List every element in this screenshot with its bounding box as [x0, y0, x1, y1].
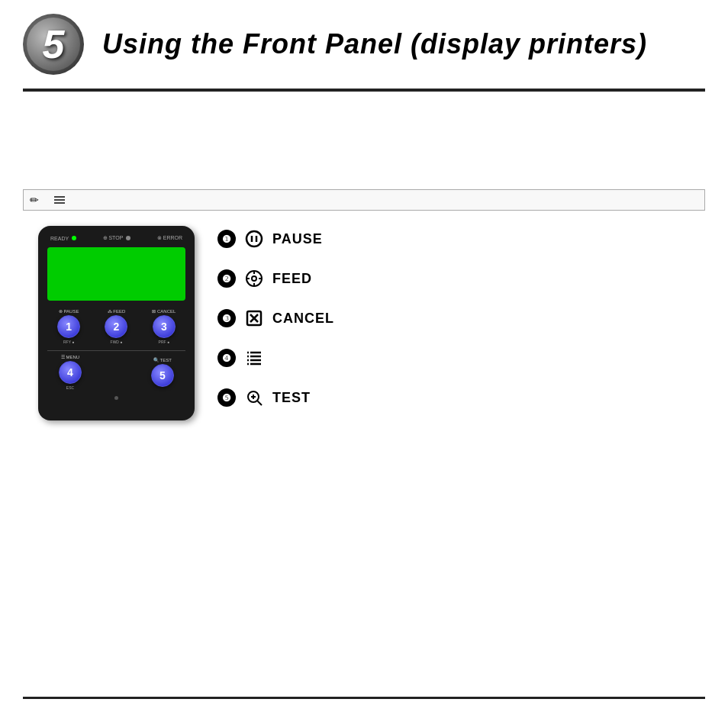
printer-btn-3[interactable]: 3: [153, 315, 176, 338]
printer-btn-1-item: ⊗ PAUSE 1 RFY ●: [47, 308, 90, 344]
page-container: 5 Using the Front Panel (display printer…: [0, 0, 728, 728]
ready-label: READY: [50, 236, 69, 241]
btn-2-top-label: ⁂ FEED: [108, 308, 126, 314]
legend-label-pause: PAUSE: [272, 231, 323, 247]
edit-icon: ✏: [30, 194, 39, 206]
bottom-rule: [23, 697, 705, 699]
printer-btn-4[interactable]: 4: [59, 361, 82, 384]
printer-btn-2-item: ⁂ FEED 2 FWD ●: [95, 308, 137, 344]
stop-label: ⊕ STOP: [103, 235, 124, 241]
printer-status-bar: READY ⊕ STOP ⊗ ERROR: [47, 235, 185, 241]
printer-buttons-row: ⊗ PAUSE 1 RFY ● ⁂ FEED 2 FWD ● ⊠ CANCEL …: [47, 308, 185, 344]
printer-btn-1[interactable]: 1: [57, 315, 80, 338]
header: 5 Using the Front Panel (display printer…: [0, 0, 728, 82]
legend-number-4: ❹: [217, 349, 236, 367]
list-icon: [54, 196, 65, 204]
legend-number-5: ❺: [217, 388, 236, 407]
legend-number-1: ❶: [217, 230, 236, 248]
printer-separator: [47, 350, 185, 351]
printer-btn-5-item: 🔍 TEST 5: [151, 357, 174, 387]
printer-screen: [47, 247, 185, 301]
printer-btn-4-item: ☰ MENU 4 ESC: [59, 354, 82, 390]
header-rule: [23, 89, 705, 92]
chapter-number: 5: [43, 21, 65, 67]
menu-icon-group: [54, 196, 71, 204]
page-title: Using the Front Panel (display printers): [102, 28, 647, 60]
legend-label-test: TEST: [272, 390, 311, 406]
legend-item-feed: ❷ FEED: [217, 269, 705, 288]
btn-1-top-label: ⊗ PAUSE: [59, 308, 79, 314]
legend-label-feed: FEED: [272, 271, 312, 287]
test-icon: [243, 388, 265, 407]
printer-btn-5[interactable]: 5: [151, 364, 174, 387]
menu-list-icon: [243, 349, 265, 367]
legend-item-pause: ❶ PAUSE: [217, 230, 705, 248]
feed-icon: [243, 269, 265, 288]
btn-4-top-label: ☰ MENU: [61, 354, 79, 359]
legend-number-3: ❸: [217, 309, 236, 327]
btn-2-bottom-label: FWD ●: [111, 340, 123, 344]
printer-device: READY ⊕ STOP ⊗ ERROR ⊗ PAUSE 1 RFY ●: [38, 226, 195, 420]
btn-3-bottom-label: PRF ●: [159, 340, 169, 344]
power-dot: [114, 396, 118, 400]
btn-1-bottom-label: RFY ●: [63, 340, 74, 344]
btn-4-bottom-label: ESC: [66, 385, 74, 390]
printer-bottom-buttons-row: ☰ MENU 4 ESC 🔍 TEST 5: [47, 354, 185, 390]
legend-item-menu: ❹: [217, 349, 705, 367]
legend-label-cancel: CANCEL: [272, 311, 334, 327]
printer-btn-3-item: ⊠ CANCEL 3 PRF ●: [143, 308, 185, 344]
main-content: READY ⊕ STOP ⊗ ERROR ⊗ PAUSE 1 RFY ●: [0, 211, 728, 443]
btn-3-top-label: ⊠ CANCEL: [152, 308, 176, 314]
pause-icon: [243, 230, 265, 248]
error-label: ⊗ ERROR: [157, 235, 182, 241]
stop-dot: [126, 236, 130, 240]
svg-point-4: [252, 276, 256, 281]
legend-item-test: ❺ TEST: [217, 388, 705, 407]
svg-point-0: [246, 231, 262, 246]
cancel-icon: [243, 309, 265, 327]
ready-dot: [72, 236, 76, 240]
svg-line-21: [258, 401, 263, 406]
menu-line-2: [54, 199, 65, 201]
legend-area: ❶ PAUSE ❷: [217, 226, 705, 428]
printer-btn-2[interactable]: 2: [105, 315, 127, 338]
body-text-area: [0, 98, 728, 189]
menu-line-3: [54, 202, 65, 204]
toolbar-row: ✏: [23, 189, 705, 211]
legend-number-2: ❷: [217, 269, 236, 288]
legend-item-cancel: ❸ CANCEL: [217, 309, 705, 327]
menu-line-1: [54, 196, 65, 198]
btn-5-top-label: 🔍 TEST: [153, 357, 172, 362]
chapter-badge: 5: [23, 14, 84, 75]
